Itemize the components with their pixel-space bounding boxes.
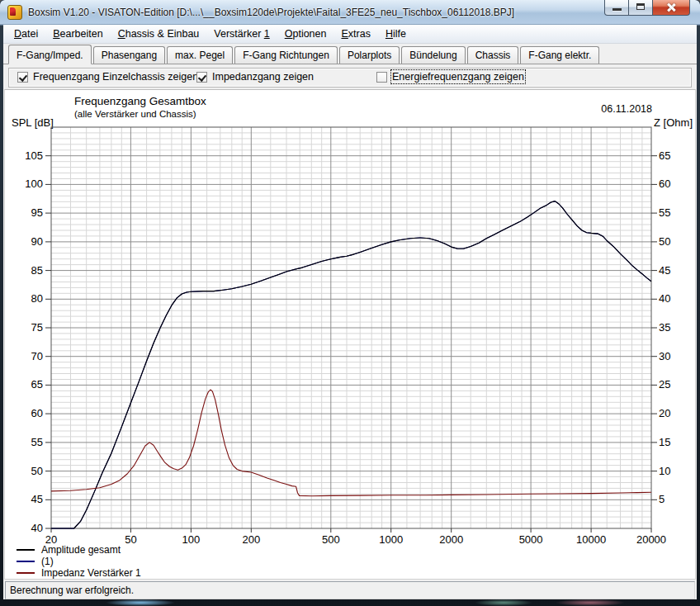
svg-text:20000: 20000 xyxy=(636,533,666,546)
frequency-response-chart: 2050100200500100020005000100002000040455… xyxy=(5,90,698,587)
svg-text:200: 200 xyxy=(242,533,260,546)
maximize-icon xyxy=(636,3,645,10)
tab-b-ndelung[interactable]: Bündelung xyxy=(401,46,465,64)
legend-item-impedanz-verst-rker-1: Impedanz Verstärker 1 xyxy=(17,567,141,579)
chart-panel: Frequenzgang Gesamtbox (alle Verstärker … xyxy=(4,89,696,580)
menu-item-verst-rker-1[interactable]: Verstärker 1 xyxy=(206,25,277,43)
svg-text:100: 100 xyxy=(25,178,43,190)
close-button[interactable] xyxy=(653,0,690,16)
svg-text:5000: 5000 xyxy=(519,533,543,546)
svg-text:45: 45 xyxy=(659,264,670,277)
app-window: Boxsim V1.20 - VISATON-Edition [D:\...\_… xyxy=(0,0,700,606)
menu-item-extras[interactable]: Extras xyxy=(333,25,377,43)
svg-text:55: 55 xyxy=(31,436,43,448)
legend-line-icon xyxy=(17,549,35,551)
svg-text:65: 65 xyxy=(659,149,670,162)
checkbox-impedanzgang-zeigen[interactable]: Impedanzgang zeigen xyxy=(196,71,314,83)
minimize-icon xyxy=(612,8,622,11)
checkbox-energiefrequenzgang-zeigen[interactable]: Energiefrequenzgang zeigen xyxy=(376,71,524,83)
legend-line-icon xyxy=(17,561,35,562)
svg-text:35: 35 xyxy=(659,321,670,334)
svg-text:50: 50 xyxy=(659,235,670,248)
checkbox-label: Impedanzgang zeigen xyxy=(212,71,314,83)
svg-text:75: 75 xyxy=(31,321,43,334)
checkbox-unchecked-icon xyxy=(376,72,387,83)
svg-text:30: 30 xyxy=(659,350,670,362)
title-bar[interactable]: Boxsim V1.20 - VISATON-Edition [D:\...\_… xyxy=(0,0,700,25)
app-icon xyxy=(7,5,22,20)
tab-bar: F-Gang/Imped.Phasengangmax. PegelF-Gang … xyxy=(3,44,697,64)
svg-text:55: 55 xyxy=(659,206,670,219)
svg-text:45: 45 xyxy=(31,493,43,505)
menu-bar: DateiBearbeitenChassis & EinbauVerstärke… xyxy=(3,25,697,44)
svg-text:65: 65 xyxy=(31,378,43,391)
svg-text:60: 60 xyxy=(659,178,670,190)
legend-label: Amplitude gesamt xyxy=(41,544,121,556)
svg-text:60: 60 xyxy=(31,407,43,419)
legend-line-icon xyxy=(17,572,35,574)
svg-text:20: 20 xyxy=(659,407,670,419)
menu-item-datei[interactable]: Datei xyxy=(7,25,45,43)
svg-text:40: 40 xyxy=(659,292,670,305)
minimize-button[interactable] xyxy=(604,0,629,16)
svg-text:105: 105 xyxy=(25,149,43,162)
svg-text:100: 100 xyxy=(182,533,201,546)
tab-phasengang[interactable]: Phasengang xyxy=(93,46,165,64)
legend-item-1: (1) xyxy=(17,556,141,567)
svg-text:40: 40 xyxy=(31,522,43,534)
svg-text:85: 85 xyxy=(31,264,43,277)
checkbox-checked-icon xyxy=(196,72,207,83)
svg-text:10: 10 xyxy=(659,465,670,477)
checkbox-label: Energiefrequenzgang zeigen xyxy=(392,71,524,83)
window-title: Boxsim V1.20 - VISATON-Edition [D:\...\_… xyxy=(28,0,514,25)
window-controls xyxy=(604,0,690,16)
menu-item-chassis-einbau[interactable]: Chassis & Einbau xyxy=(111,25,207,43)
close-icon xyxy=(665,2,677,13)
svg-text:500: 500 xyxy=(322,533,340,546)
svg-text:15: 15 xyxy=(659,436,670,448)
svg-text:70: 70 xyxy=(31,350,43,362)
client-area: DateiBearbeitenChassis & EinbauVerstärke… xyxy=(3,25,697,599)
menu-item-hilfe[interactable]: Hilfe xyxy=(378,25,414,43)
tab-chassis[interactable]: Chassis xyxy=(467,46,519,64)
tab-f-gang-imped[interactable]: F-Gang/Imped. xyxy=(8,45,92,64)
legend-label: (1) xyxy=(41,556,54,567)
maximize-button[interactable] xyxy=(629,0,653,16)
chart-legend: Amplitude gesamt(1)Impedanz Verstärker 1 xyxy=(17,544,141,579)
legend-item-amplitude-gesamt: Amplitude gesamt xyxy=(17,544,141,556)
svg-text:5: 5 xyxy=(659,493,665,505)
svg-text:2000: 2000 xyxy=(439,533,463,546)
tab-f-gang-elektr[interactable]: F-Gang elektr. xyxy=(520,46,599,64)
menu-item-optionen[interactable]: Optionen xyxy=(277,25,334,43)
tab-polarplots[interactable]: Polarplots xyxy=(339,46,400,64)
svg-text:80: 80 xyxy=(31,292,43,305)
menu-item-bearbeiten[interactable]: Bearbeiten xyxy=(45,25,110,43)
svg-text:50: 50 xyxy=(31,465,43,477)
svg-text:10000: 10000 xyxy=(576,533,606,546)
options-panel: Frequenzgang Einzelchassis zeigenImpedan… xyxy=(8,68,692,88)
svg-text:25: 25 xyxy=(659,378,670,391)
checkbox-checked-icon xyxy=(17,72,28,83)
legend-label: Impedanz Verstärker 1 xyxy=(41,567,141,579)
checkbox-label: Frequenzgang Einzelchassis zeigen xyxy=(33,71,198,83)
svg-text:90: 90 xyxy=(31,235,43,248)
svg-text:1000: 1000 xyxy=(379,533,403,546)
tab-max-pegel[interactable]: max. Pegel xyxy=(167,46,233,64)
tab-f-gang-richtungen[interactable]: F-Gang Richtungen xyxy=(234,46,338,64)
checkbox-frequenzgang-einzelchassis-zeigen[interactable]: Frequenzgang Einzelchassis zeigen xyxy=(17,71,198,83)
svg-text:95: 95 xyxy=(31,206,43,219)
